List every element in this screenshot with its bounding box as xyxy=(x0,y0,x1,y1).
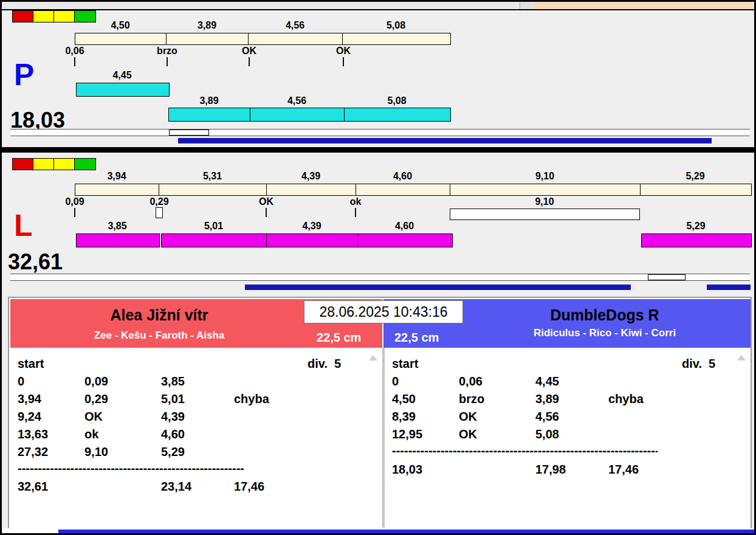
cumulative-cell: 3,94 xyxy=(18,390,41,408)
ruler-time-label: 3,94 xyxy=(75,171,159,182)
run-segment xyxy=(642,234,751,247)
tick-mark xyxy=(74,208,75,217)
sum-cell: 17,98 xyxy=(535,461,566,478)
dashed-separator: ----------------------------------------… xyxy=(392,442,658,460)
start-mark-label: OK xyxy=(322,46,365,57)
track-marker-l xyxy=(648,274,686,280)
sum-cell: 23,14 xyxy=(161,478,191,495)
ruler-segment xyxy=(159,184,267,195)
start-cell: start xyxy=(392,355,418,373)
run-segment xyxy=(169,108,250,121)
table-row: 13,63 ok 4,60 xyxy=(10,426,382,443)
light-yellow1-icon xyxy=(33,159,54,170)
table-row: 9,24 OK 4,39 xyxy=(10,408,382,426)
start-mark-label: 0,29 xyxy=(138,196,180,207)
start-cell: start xyxy=(18,355,44,373)
run-segment xyxy=(162,234,267,247)
dog-run-bar xyxy=(168,108,451,122)
tick-mark xyxy=(266,208,267,217)
dog-time-label: 5,01 xyxy=(161,221,266,232)
ruler-segment xyxy=(343,33,450,44)
track-marker-p xyxy=(169,129,209,136)
dog-time-label: 4,56 xyxy=(250,95,344,106)
split-cell: 5,01 xyxy=(161,390,185,408)
left-team-dogs: Zee - Kešu - Faroth - Aisha xyxy=(10,330,308,342)
right-results-table[interactable]: start div. 5 0 0,06 4,45 4,50 brzo 3,89 … xyxy=(385,348,751,527)
start-eval-cell: ok xyxy=(84,426,98,443)
total-row: 18,03 17,98 17,46 xyxy=(385,461,751,478)
left-results-table[interactable]: start div. 5 0 0,09 3,85 3,94 0,29 5,01 … xyxy=(10,348,382,527)
start-mark-label: 0,06 xyxy=(53,46,96,57)
start-eval-cell: OK xyxy=(459,408,477,426)
ruler-segment xyxy=(641,184,751,195)
start-eval-cell: OK xyxy=(459,426,477,443)
timing-app-window: 4,50 3,89 4,56 5,08 0,06 brzo OK OK P 4,… xyxy=(0,0,756,535)
split-cell: 4,60 xyxy=(161,426,185,443)
ruler-segment xyxy=(450,184,641,195)
tick-mark xyxy=(167,57,168,66)
scrollbar-up-icon[interactable] xyxy=(737,355,746,361)
start-mark-label: 0,09 xyxy=(53,196,96,207)
split-cell: 5,29 xyxy=(161,443,185,461)
right-team-dogs: Ridiculus - Rico - Kiwi - Corri xyxy=(461,327,748,339)
total-time-cell: 18,03 xyxy=(392,461,422,478)
progress-bar-l2 xyxy=(707,285,751,290)
run-segment xyxy=(250,108,345,121)
cumulative-cell: 4,50 xyxy=(392,390,416,408)
run-segment xyxy=(267,234,358,247)
note-cell: chyba xyxy=(234,390,269,408)
division-cell: div. 5 xyxy=(308,355,341,373)
split-cell: 3,89 xyxy=(535,390,559,408)
ruler-time-label: 5,29 xyxy=(640,171,751,182)
lane-p-letter: P xyxy=(14,60,34,90)
dog-run-bar xyxy=(76,233,160,247)
light-green-icon xyxy=(75,159,95,170)
run-segment xyxy=(77,234,159,247)
tick-mark xyxy=(355,208,356,217)
tick-mark xyxy=(343,57,344,66)
cumulative-cell: 0 xyxy=(18,373,24,390)
cumulative-cell: 8,39 xyxy=(392,408,416,426)
light-yellow2-icon xyxy=(54,159,75,170)
total-time-cell: 32,61 xyxy=(18,478,48,495)
lane-l-letter: L xyxy=(14,210,33,241)
dog-time-label: 4,45 xyxy=(76,70,168,81)
split-cell: 4,56 xyxy=(535,408,559,426)
start-eval-cell: brzo xyxy=(459,390,484,408)
split-cell: 4,39 xyxy=(161,408,185,426)
cumulative-cell: 9,24 xyxy=(18,408,41,426)
separator-row: ----------------------------------------… xyxy=(10,460,382,477)
cumulative-cell: 13,63 xyxy=(18,426,48,443)
best-cell: 17,46 xyxy=(608,461,639,478)
note-cell: chyba xyxy=(608,390,644,408)
division-cell: div. 5 xyxy=(682,355,715,373)
progress-track-p xyxy=(10,129,750,136)
cumulative-cell: 12,95 xyxy=(392,426,422,443)
table-row: 27,32 9,10 5,29 xyxy=(10,443,382,461)
table-row: 8,39 OK 4,56 xyxy=(385,408,751,426)
start-mark-label: OK xyxy=(228,46,270,57)
light-yellow2-icon xyxy=(54,11,75,22)
dog-run-bar xyxy=(76,83,170,97)
scrollbar-up-icon[interactable] xyxy=(369,355,377,361)
dog-time-label: 5,08 xyxy=(344,95,450,106)
bottom-window-edge xyxy=(2,528,754,535)
progress-bar-l xyxy=(245,285,631,290)
table-row: 0 0,09 3,85 xyxy=(10,373,382,390)
ruler-time-label: 4,39 xyxy=(266,171,356,182)
split-ruler-p xyxy=(75,33,451,45)
table-row: 0 0,06 4,45 xyxy=(385,373,751,390)
lane-divider xyxy=(2,147,754,153)
progress-track-l xyxy=(10,274,750,281)
dog-time-label: 4,60 xyxy=(357,221,452,232)
run-segment xyxy=(77,83,169,96)
start-mark-label: 9,10 xyxy=(523,196,566,207)
mark-box-small xyxy=(156,207,163,218)
light-red-icon xyxy=(13,11,33,22)
best-cell: 17,46 xyxy=(234,478,264,495)
start-mark-label: ok xyxy=(334,196,377,207)
ruler-segment xyxy=(75,33,167,44)
background-window-strip xyxy=(2,2,754,10)
lane-l-total-time: 32,61 xyxy=(8,251,63,273)
split-cell: 4,45 xyxy=(535,373,559,390)
